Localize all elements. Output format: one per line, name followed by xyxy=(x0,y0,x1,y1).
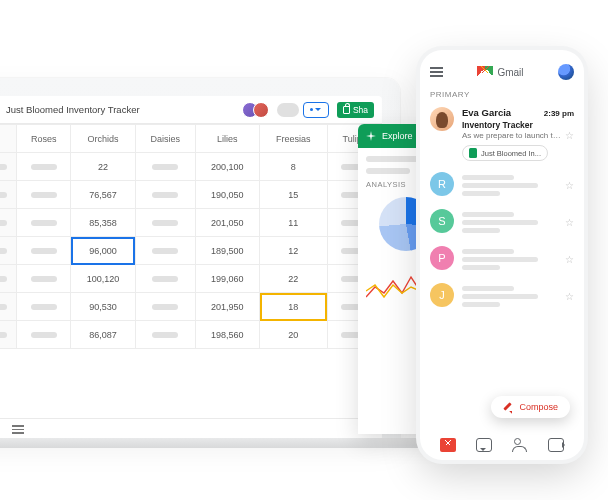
comments-icon[interactable] xyxy=(277,103,299,117)
pencil-icon xyxy=(503,402,513,412)
lock-icon xyxy=(343,106,350,114)
star-icon[interactable]: ☆ xyxy=(565,130,574,141)
table-row[interactable]: 22200,1008 xyxy=(0,153,382,181)
nav-meet-icon[interactable] xyxy=(548,438,564,452)
bottom-nav xyxy=(430,432,574,452)
message-preview: As we prepare to launch the... xyxy=(462,131,561,140)
star-icon[interactable]: ☆ xyxy=(565,217,574,228)
nav-chat-icon[interactable] xyxy=(476,438,492,452)
sender-name: Eva Garcia xyxy=(462,107,511,118)
attachment-chip[interactable]: Just Bloomed In... xyxy=(462,145,548,161)
email-item-placeholder[interactable]: S☆ xyxy=(430,209,574,236)
explore-title: Explore xyxy=(382,131,413,141)
table-row[interactable]: 96,000189,50012 xyxy=(0,237,382,265)
column-headers: Roses Orchids Daisies Lilies Freesias Tu… xyxy=(0,125,382,153)
sender-avatar: P xyxy=(430,246,454,270)
explore-icon xyxy=(366,131,376,141)
gmail-app-bar: Gmail xyxy=(430,64,574,80)
menu-icon[interactable] xyxy=(430,67,443,76)
collaborator-avatars[interactable] xyxy=(247,102,269,118)
share-label: Sha xyxy=(353,105,368,115)
table-row[interactable]: 90,530201,95018 xyxy=(0,293,382,321)
inbox-tab-label[interactable]: PRIMARY xyxy=(430,90,574,99)
chip-label: Just Bloomed In... xyxy=(481,149,541,158)
document-title[interactable]: Just Bloomed Inventory Tracker xyxy=(6,104,140,115)
account-avatar[interactable] xyxy=(558,64,574,80)
sender-avatar: S xyxy=(430,209,454,233)
table-row[interactable]: 86,087198,56020 xyxy=(0,321,382,349)
sheets-toolbar: Just Bloomed Inventory Tracker Sha xyxy=(0,96,382,124)
laptop-frame: Just Bloomed Inventory Tracker Sha Roses… xyxy=(0,78,400,440)
star-icon[interactable]: ☆ xyxy=(565,291,574,302)
sheet-tab-bar: + xyxy=(0,418,382,440)
gmail-m-icon xyxy=(477,66,493,78)
table-row[interactable]: 100,120199,06022 xyxy=(0,265,382,293)
nav-spaces-icon[interactable] xyxy=(512,438,528,452)
sender-avatar xyxy=(430,107,454,131)
star-icon[interactable]: ☆ xyxy=(565,180,574,191)
spreadsheet-grid[interactable]: Roses Orchids Daisies Lilies Freesias Tu… xyxy=(0,124,382,418)
email-item-placeholder[interactable]: J☆ xyxy=(430,283,574,310)
star-icon[interactable]: ☆ xyxy=(565,254,574,265)
table-row[interactable]: 85,358201,05011 xyxy=(0,209,382,237)
compose-label: Compose xyxy=(519,402,558,412)
phone-frame: Gmail PRIMARY Eva Garcia 2:39 pm Invento… xyxy=(420,50,584,460)
avatar[interactable] xyxy=(253,102,269,118)
email-item-placeholder[interactable]: R☆ xyxy=(430,172,574,199)
share-button[interactable]: Sha xyxy=(337,102,374,118)
present-dropdown[interactable] xyxy=(303,102,329,118)
email-item[interactable]: Eva Garcia 2:39 pm Inventory Tracker As … xyxy=(430,107,574,162)
message-time: 2:39 pm xyxy=(544,109,574,118)
table-row[interactable]: 76,567190,05015 xyxy=(0,181,382,209)
sender-avatar: R xyxy=(430,172,454,196)
gmail-logo: Gmail xyxy=(477,66,523,78)
email-item-placeholder[interactable]: P☆ xyxy=(430,246,574,273)
sheets-icon xyxy=(469,148,477,158)
sender-avatar: J xyxy=(430,283,454,307)
nav-mail-icon[interactable] xyxy=(440,438,456,452)
laptop-base xyxy=(0,438,430,448)
all-sheets-button[interactable] xyxy=(12,425,24,434)
message-subject: Inventory Tracker xyxy=(462,120,574,130)
compose-button[interactable]: Compose xyxy=(491,396,570,418)
